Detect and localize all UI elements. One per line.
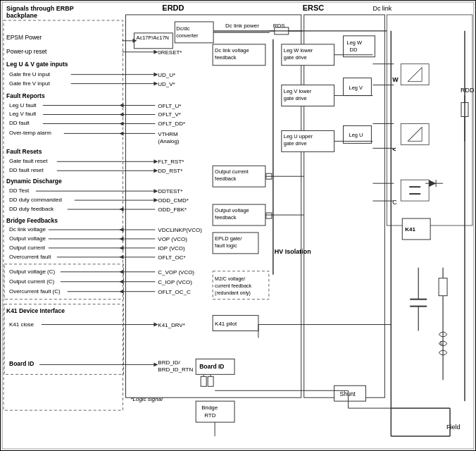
- svg-text:(Analog): (Analog): [158, 138, 179, 144]
- svg-text:converter: converter: [176, 32, 199, 39]
- svg-text:DD: DD: [350, 47, 358, 53]
- leg-u-fault: Leg U fault: [9, 102, 37, 109]
- k41-drv-label: K41_DRV*: [158, 322, 184, 328]
- c-iop-label: C_IOP (VCO): [158, 279, 192, 285]
- svg-text:BRD_ID_RTN: BRD_ID_RTN: [158, 366, 193, 373]
- oflt-u-label: OFLT_U*: [158, 103, 181, 109]
- k41-pilot-label: K41 pilot: [215, 321, 237, 327]
- dcdc-label: Dc/dc: [176, 25, 189, 32]
- k41-box: K41: [405, 226, 415, 233]
- dd-duty-commanded: DD duty commanded: [9, 197, 62, 203]
- epld-label: EPLD gate/: [215, 235, 242, 242]
- oflt-dd-label: OFLT_DD*: [158, 121, 185, 127]
- svg-text:feedback: feedback: [215, 54, 237, 61]
- svg-text:feedback: feedback: [215, 175, 237, 182]
- output-voltage: Output voltage: [9, 235, 46, 242]
- c-vop-label: C_VOP (VCO): [158, 269, 194, 276]
- vthrm-label: VTHRM: [158, 131, 177, 137]
- diagram-container: Signals through ERBP backplane ERDD ERSC…: [0, 0, 476, 451]
- svg-text:feedback: feedback: [215, 214, 237, 221]
- overcurrent-fault-c: Overcurrent fault (C): [9, 288, 61, 295]
- dd-rst-label: DD_RST*: [158, 168, 182, 174]
- oreset-label: 0RESET*: [158, 49, 182, 56]
- brd-id-label: BRD_ID/: [158, 359, 180, 366]
- dc-link-top: Dc link: [372, 5, 392, 12]
- circuit-diagram: Signals through ERBP backplane ERDD ERSC…: [1, 1, 475, 450]
- oflt-v-label: OFLT_V*: [158, 111, 181, 118]
- shunt-label: Shunt: [340, 390, 356, 397]
- gate-fault-reset: Gate fault reset: [9, 158, 48, 164]
- svg-rect-87: [208, 376, 213, 386]
- vop-label: VOP (VCO): [158, 236, 187, 242]
- svg-rect-86: [201, 376, 206, 386]
- power-up-reset: Power-up reset: [6, 48, 47, 55]
- m2c-label: M2/C voltage/: [215, 276, 245, 282]
- vdclinkp-label: VDCLINKP(VCO): [158, 227, 202, 233]
- dd-duty-feedback: DD duty feedback: [9, 206, 54, 212]
- ud-u-label: UD_U*: [158, 72, 175, 78]
- leg-u-inner-label: Leg U: [349, 132, 363, 138]
- svg-text:gate drive: gate drive: [284, 54, 307, 61]
- dc-link-power-label: Dc link power: [225, 23, 259, 29]
- svg-text:gate drive: gate drive: [284, 140, 307, 147]
- leg-v-lower-label: Leg V lower: [284, 88, 312, 94]
- dd-fault-reset: DD fault reset: [9, 167, 44, 173]
- epsm-value: Ac17P/Ac17N: [136, 35, 169, 41]
- dynamic-discharge: Dynamic Discharge: [6, 178, 62, 185]
- dd-test: DD Test: [9, 187, 30, 194]
- gate-fire-u: Gate fire U input: [9, 71, 51, 78]
- fault-reports: Fault Reports: [6, 92, 45, 99]
- svg-text:RTD: RTD: [204, 412, 215, 419]
- svg-text:gate drive: gate drive: [284, 95, 307, 101]
- svg-rect-145: [439, 278, 447, 296]
- dc-link-voltage: Dc link voltage: [9, 226, 46, 233]
- k41-close: K41 close: [9, 321, 35, 328]
- fault-resets: Fault Resets: [6, 148, 42, 155]
- svg-text:current feedback: current feedback: [215, 283, 251, 288]
- oflt-oc-c-label: OFLT_OC_C: [158, 289, 191, 295]
- over-temp: Over-temp alarm: [9, 130, 51, 136]
- hv-isolation-label: HV Isolation: [275, 248, 311, 255]
- svg-text:(redundant only): (redundant only): [215, 290, 251, 296]
- odd-cmd-label: ODD_CMD*: [158, 197, 188, 204]
- dd-fault: DD fault: [9, 120, 30, 126]
- leg-w-dd-label: Leg W: [347, 39, 363, 46]
- rdd-label: RDD: [461, 87, 475, 94]
- ud-v-label: UD_V*: [158, 81, 175, 87]
- ddtest-label: DDTEST*: [158, 188, 182, 194]
- bridge-feedbacks: Bridge Feedbacks: [6, 217, 58, 224]
- erdd-label: ERDD: [162, 4, 184, 12]
- epsm-power-label: EPSM Power: [6, 34, 42, 41]
- dc-link-fb-label: Dc link voltage: [215, 47, 249, 54]
- flt-rst-label: FLT_RST*: [158, 159, 184, 165]
- v-transistor: <: [392, 146, 396, 153]
- svg-rect-126: [401, 180, 429, 201]
- odd-fbk-label: ODD_FBK*: [158, 206, 187, 213]
- overcurrent-fault: Overcurrent fault: [9, 254, 51, 260]
- gate-fire-v: Gate fire V input: [9, 80, 50, 87]
- logic-signal-note: *Logic signal: [130, 396, 162, 402]
- w-transistor: W: [392, 76, 399, 83]
- output-voltage-fb-label: Output voltage: [215, 207, 249, 214]
- bridge-rtd-label: Bridge: [201, 404, 218, 411]
- oflt-oc-label: OFLT_OC*: [158, 254, 185, 261]
- ersc-label: ERSC: [303, 4, 325, 12]
- field-label: Field: [446, 424, 460, 431]
- leg-w-lower-label: Leg W lower: [284, 47, 313, 54]
- svg-rect-119: [266, 213, 272, 218]
- output-voltage-c: Output voltage (C): [9, 268, 55, 275]
- svg-text:fault logic: fault logic: [215, 242, 237, 249]
- output-current-c: Output current (C): [9, 278, 55, 285]
- leg-v-fault: Leg V fault: [9, 111, 37, 117]
- output-current-fb-label: Output current: [215, 168, 249, 175]
- c-component: C: [392, 199, 397, 206]
- leg-v-inner-label: Leg V: [349, 85, 363, 91]
- board-id-box: Board ID: [199, 363, 224, 370]
- board-id-left: Board ID: [9, 360, 34, 367]
- k41-device-label: K41 Device Interface: [6, 307, 65, 314]
- iop-label: IOP (VCO): [158, 245, 185, 252]
- svg-text:backplane: backplane: [6, 12, 37, 19]
- leg-u-upper-label: Leg U upper: [284, 133, 313, 140]
- output-current: Output current: [9, 245, 46, 251]
- leg-uv-label: Leg U & V gate inputs: [6, 61, 68, 68]
